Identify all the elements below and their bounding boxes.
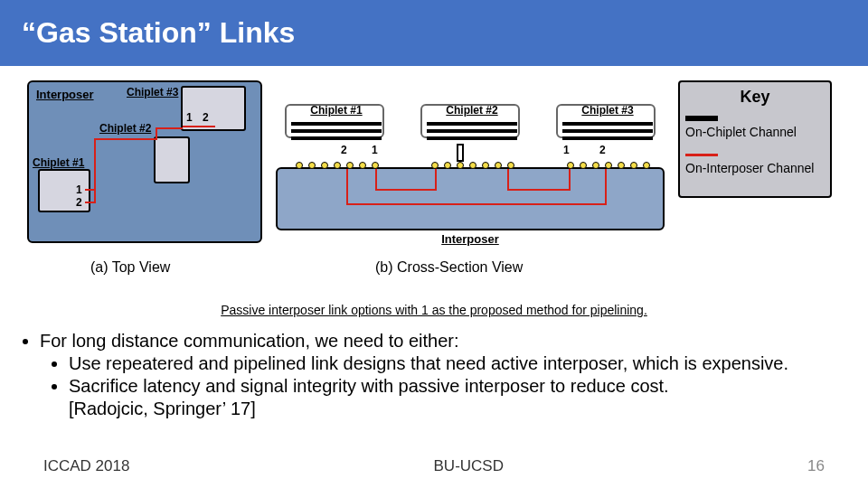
red-line <box>569 169 571 191</box>
chiplet-3-box <box>181 86 246 131</box>
chiplet-2-label: Chiplet #2 <box>99 122 151 135</box>
footer-venue: ICCAD 2018 <box>43 457 129 475</box>
red-line <box>156 127 183 129</box>
chiplet-3-label: Chiplet #3 <box>127 86 178 99</box>
red-line <box>199 126 215 127</box>
slide-title: “Gas Station” Links <box>0 0 868 66</box>
key-onchiplet-text: On-Chiplet Channel <box>685 125 797 139</box>
cs-num-1-l: 1 <box>372 144 378 156</box>
bullet-list: For long distance communication, we need… <box>20 330 848 420</box>
red-line <box>507 189 571 191</box>
red-line <box>605 169 607 205</box>
cs-num-1-r: 1 <box>563 144 570 156</box>
red-line <box>183 126 199 127</box>
red-line <box>375 169 377 189</box>
chiplet-3-cs: Chiplet #3 <box>556 104 656 138</box>
chiplet-1-cs-label: Chiplet #1 <box>287 104 386 117</box>
chiplet-3-cs-label: Chiplet #3 <box>558 104 657 117</box>
swatch-red <box>685 154 718 156</box>
interposer-top-view: Interposer Chiplet #3 1 2 Chiplet #2 Chi… <box>27 80 262 243</box>
cs-num-2-r: 2 <box>599 144 606 156</box>
tv-num-2-top: 2 <box>203 111 209 124</box>
chiplet-1-box <box>38 169 90 212</box>
legend-box: Key On-Chiplet Channel On-Interposer Cha… <box>678 80 832 198</box>
black-via <box>457 144 464 162</box>
interposer-label: Interposer <box>36 88 94 101</box>
chiplet-1-label: Chiplet #1 <box>33 156 84 169</box>
red-line <box>346 203 607 205</box>
tv-num-1-top: 1 <box>186 111 193 124</box>
footer: ICCAD 2018 BU-UCSD 16 <box>0 457 868 475</box>
chiplet-2-box <box>154 136 190 183</box>
tv-num-1-bot: 1 <box>76 183 82 196</box>
key-oninterposer-text: On-Interposer Channel <box>685 161 814 175</box>
caption-a: (a) Top View <box>90 259 170 276</box>
red-line <box>94 138 156 140</box>
key-row-onchiplet: On-Chiplet Channel <box>685 110 825 139</box>
chiplet-1-cs: Chiplet #1 <box>285 104 384 138</box>
footer-org: BU-UCSD <box>434 457 504 475</box>
figure-area: Interposer Chiplet #3 1 2 Chiplet #2 Chi… <box>0 71 868 306</box>
footer-page: 16 <box>807 457 825 475</box>
bullet-2: Use repeatered and pipelined link design… <box>69 352 848 375</box>
red-line <box>346 169 348 203</box>
key-title: Key <box>685 88 825 107</box>
caption-b: (b) Cross-Section View <box>375 259 523 276</box>
red-line <box>507 169 509 189</box>
red-line <box>375 189 437 191</box>
red-line <box>156 127 157 140</box>
chiplet-2-cs: Chiplet #2 <box>420 104 520 138</box>
tv-num-2-bot: 2 <box>76 196 82 209</box>
swatch-black <box>685 116 718 121</box>
red-line <box>435 169 437 191</box>
red-line <box>94 138 96 203</box>
chiplet-2-cs-label: Chiplet #2 <box>422 104 522 117</box>
key-row-oninterposer: On-Interposer Channel <box>685 146 825 175</box>
bullet-3: Sacrifice latency and signal integrity w… <box>69 375 848 420</box>
cs-num-2-l: 2 <box>341 144 347 156</box>
bullet-1: For long distance communication, we need… <box>40 330 848 352</box>
